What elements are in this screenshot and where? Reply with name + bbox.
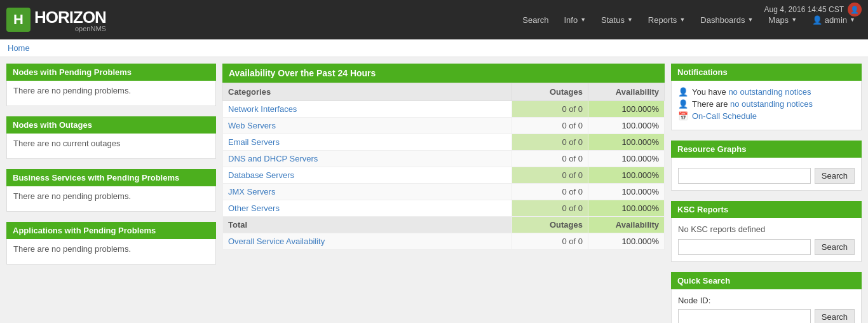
row-outages: 0 of 0 <box>512 118 588 134</box>
business-services-header: Business Services with Pending Problems <box>6 169 216 186</box>
row-availability: 100.000% <box>588 167 665 184</box>
business-services-body: There are no pending problems. <box>6 186 216 212</box>
header: H HORIZON openNMS Aug 4, 2016 14:45 CST … <box>0 0 868 39</box>
notifications-header: Notifications <box>671 64 862 81</box>
table-row: JMX Servers 0 of 0 100.000% <box>223 184 665 200</box>
resource-graphs-panel: Resource Graphs Search <box>671 141 862 191</box>
availability-table: Categories Outages Availability Network … <box>222 83 665 250</box>
row-outages: 0 of 0 <box>512 134 588 151</box>
nodes-pending-body: There are no pending problems. <box>6 81 216 106</box>
row-outages: 0 of 0 <box>512 184 588 200</box>
middle-column: Availability Over the Past 24 Hours Cate… <box>222 64 665 323</box>
ksc-no-reports-text: No KSC reports defined <box>678 224 855 234</box>
datetime-display: Aug 4, 2016 14:45 CST <box>764 5 844 14</box>
row-cat-name: Network Interfaces <box>223 101 512 118</box>
notif-item-2: 👤 There are no outstanding notices <box>678 99 855 109</box>
nav-info[interactable]: Info ▼ <box>557 11 592 29</box>
table-row: DNS and DHCP Servers 0 of 0 100.000% <box>223 151 665 167</box>
resource-graphs-search-button[interactable]: Search <box>815 168 855 184</box>
overall-availability: 100.000% <box>588 233 665 250</box>
nodes-pending-header: Nodes with Pending Problems <box>6 64 216 81</box>
dashboards-caret-icon: ▼ <box>747 17 753 23</box>
table-row: Other Servers 0 of 0 100.000% <box>223 200 665 217</box>
row-cat-name: Email Servers <box>223 134 512 151</box>
row-availability: 100.000% <box>588 101 665 118</box>
total-label: Total <box>223 217 512 233</box>
row-cat-name: Database Servers <box>223 167 512 184</box>
status-caret-icon: ▼ <box>627 17 633 23</box>
availability-title: Availability Over the Past 24 Hours <box>222 64 665 83</box>
row-availability: 100.000% <box>588 134 665 151</box>
outstanding-link-2[interactable]: no outstanding notices <box>730 99 813 109</box>
nav-reports[interactable]: Reports ▼ <box>642 11 691 29</box>
col-availability: Availability <box>588 83 665 101</box>
resource-graphs-search-row: Search <box>678 168 855 184</box>
breadcrumb: Home <box>0 39 868 57</box>
quick-search-panel: Quick Search Node ID: Search <box>671 272 862 323</box>
ksc-reports-search-button[interactable]: Search <box>815 239 855 255</box>
notifications-body: 👤 You have no outstanding notices 👤 Ther… <box>671 81 862 130</box>
on-call-link[interactable]: On-Call Schedule <box>692 111 757 121</box>
notif-text-2: There are no outstanding notices <box>692 99 813 109</box>
row-availability: 100.000% <box>588 151 665 167</box>
nav-dashboards[interactable]: Dashboards ▼ <box>694 11 759 29</box>
user-avatar-icon: 👤 <box>848 3 862 17</box>
row-availability: 100.000% <box>588 184 665 200</box>
admin-caret-icon: ▼ <box>850 17 855 23</box>
person-icon: 👤 <box>678 87 688 97</box>
business-services-panel: Business Services with Pending Problems … <box>6 169 216 212</box>
main-content: Nodes with Pending Problems There are no… <box>0 57 868 323</box>
notif-item-1: 👤 You have no outstanding notices <box>678 87 855 97</box>
logo-name: HORIZON <box>34 8 106 27</box>
row-availability: 100.000% <box>588 118 665 134</box>
row-cat-name: Web Servers <box>223 118 512 134</box>
table-row: Email Servers 0 of 0 100.000% <box>223 134 665 151</box>
logo-area: H HORIZON openNMS <box>6 8 106 32</box>
nodes-outages-body: There are no current outages <box>6 134 216 159</box>
resource-graphs-body: Search <box>671 158 862 191</box>
resource-graphs-input[interactable] <box>678 168 811 184</box>
outstanding-link-1[interactable]: no outstanding notices <box>728 87 811 97</box>
overall-row: Overall Service Availability 0 of 0 100.… <box>223 233 665 250</box>
row-cat-name: JMX Servers <box>223 184 512 200</box>
col-categories: Categories <box>223 83 512 101</box>
notif-item-3: 📅 On-Call Schedule <box>678 111 855 121</box>
total-row: Total Outages Availability <box>223 217 665 233</box>
right-column: Notifications 👤 You have no outstanding … <box>671 64 862 323</box>
left-column: Nodes with Pending Problems There are no… <box>6 64 216 323</box>
overall-outages: 0 of 0 <box>512 233 588 250</box>
nodes-outages-header: Nodes with Outages <box>6 116 216 134</box>
apps-pending-header: Applications with Pending Problems <box>6 222 216 239</box>
nodes-outages-panel: Nodes with Outages There are no current … <box>6 116 216 159</box>
row-outages: 0 of 0 <box>512 167 588 184</box>
ksc-reports-header: KSC Reports <box>671 201 862 218</box>
notif-text-1: You have no outstanding notices <box>692 87 811 97</box>
nav-search[interactable]: Search <box>516 11 555 29</box>
apps-pending-panel: Applications with Pending Problems There… <box>6 222 216 265</box>
info-caret-icon: ▼ <box>580 17 586 23</box>
nav-status[interactable]: Status ▼ <box>595 11 639 29</box>
col-outages: Outages <box>512 83 588 101</box>
ksc-reports-panel: KSC Reports No KSC reports defined Searc… <box>671 201 862 262</box>
apps-pending-body: There are no pending problems. <box>6 239 216 265</box>
ksc-reports-input[interactable] <box>678 239 811 255</box>
person-icon-2: 👤 <box>678 99 688 109</box>
table-row: Database Servers 0 of 0 100.000% <box>223 167 665 184</box>
notifications-panel: Notifications 👤 You have no outstanding … <box>671 64 862 130</box>
quick-search-body: Node ID: Search <box>671 289 862 323</box>
quick-search-input[interactable] <box>678 309 811 323</box>
total-outages-label: Outages <box>512 217 588 233</box>
quick-search-header: Quick Search <box>671 272 862 289</box>
total-avail-label: Availability <box>588 217 665 233</box>
quick-search-button[interactable]: Search <box>815 309 855 323</box>
row-cat-name: Other Servers <box>223 200 512 217</box>
logo-icon: H <box>6 8 31 32</box>
breadcrumb-home-link[interactable]: Home <box>8 43 30 53</box>
nodes-pending-panel: Nodes with Pending Problems There are no… <box>6 64 216 106</box>
datetime-user-bar: Aug 4, 2016 14:45 CST 👤 <box>764 3 862 17</box>
row-cat-name: DNS and DHCP Servers <box>223 151 512 167</box>
table-row: Web Servers 0 of 0 100.000% <box>223 118 665 134</box>
logo-text-block: HORIZON openNMS <box>34 8 106 32</box>
resource-graphs-header: Resource Graphs <box>671 141 862 158</box>
overall-name: Overall Service Availability <box>223 233 512 250</box>
